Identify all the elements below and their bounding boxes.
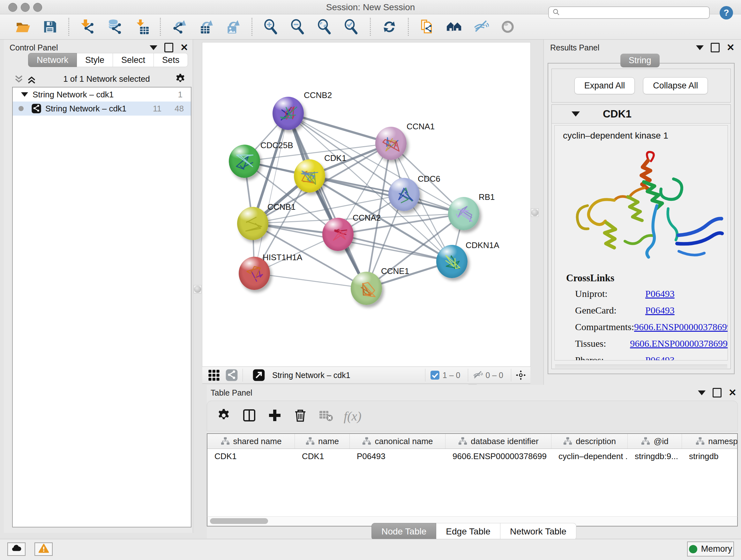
- crosslink-link[interactable]: 9606.ENSP00000378699: [630, 338, 728, 349]
- open-file-icon[interactable]: [14, 18, 32, 36]
- table-cell[interactable]: CDK1: [295, 449, 350, 463]
- show-hidden-icon[interactable]: [499, 18, 517, 36]
- column-header-database-identifier[interactable]: database identifier: [446, 434, 551, 449]
- node-cdc25b[interactable]: [229, 145, 260, 178]
- gene-collapse-icon[interactable]: [571, 111, 580, 117]
- left-divider-handle[interactable]: [194, 285, 201, 294]
- tab-network[interactable]: Network: [28, 53, 77, 67]
- network-from-selection-icon[interactable]: [418, 18, 436, 36]
- export-network-icon[interactable]: [171, 18, 188, 36]
- tab-network-table[interactable]: Network Table: [500, 523, 576, 540]
- results-scrollbar[interactable]: [555, 365, 727, 368]
- network-options-gear-icon[interactable]: [174, 73, 186, 85]
- grid-view-icon[interactable]: [207, 369, 220, 381]
- node-ccnb2[interactable]: [273, 97, 304, 130]
- column-header-shared-name[interactable]: shared name: [207, 434, 295, 449]
- table-cell[interactable]: stringdb:9...: [628, 449, 682, 463]
- table-cell[interactable]: P06493: [350, 449, 446, 463]
- zoom-fit-icon[interactable]: [316, 18, 333, 36]
- table-panel-close-icon[interactable]: ✕: [729, 389, 737, 396]
- add-column-icon[interactable]: [267, 408, 284, 424]
- import-database-icon[interactable]: [106, 18, 124, 36]
- results-panel-title: Results Panel: [550, 43, 599, 52]
- warnings-button[interactable]: [35, 543, 53, 556]
- import-network-icon[interactable]: [79, 18, 97, 36]
- crosslink-row: Compartments:9606.ENSP00000378699: [566, 321, 728, 332]
- search-input[interactable]: [560, 8, 709, 17]
- expand-all-button[interactable]: Expand All: [575, 77, 635, 94]
- column-header-label: @id: [654, 436, 669, 446]
- tab-sets[interactable]: Sets: [154, 53, 188, 67]
- control-panel-float-icon[interactable]: [164, 43, 173, 52]
- control-panel-close-icon[interactable]: ✕: [180, 44, 188, 51]
- node-ccna2[interactable]: [322, 218, 354, 251]
- protein-thumbnail: [351, 272, 382, 305]
- column-header-description[interactable]: description: [551, 434, 628, 449]
- crosslink-link[interactable]: P06493: [645, 288, 675, 299]
- crosslink-link[interactable]: P06493: [645, 305, 675, 316]
- refresh-icon[interactable]: [381, 18, 398, 36]
- birdseye-navigator-icon[interactable]: [516, 370, 526, 380]
- control-panel-menu-icon[interactable]: [150, 45, 157, 50]
- network-row-selected[interactable]: String Network – cdk1 11 48: [13, 102, 191, 116]
- table-settings-gear-icon[interactable]: [216, 408, 232, 424]
- table-cell[interactable]: stringdb: [682, 449, 738, 463]
- help-button[interactable]: ?: [719, 5, 734, 20]
- collapse-all-button[interactable]: Collapse All: [643, 77, 708, 94]
- tab-string[interactable]: String: [620, 54, 660, 67]
- home-icon[interactable]: [445, 18, 463, 36]
- node-cdk1[interactable]: [294, 159, 325, 192]
- column-header--id[interactable]: @id: [628, 434, 682, 449]
- hide-selected-icon[interactable]: [472, 18, 490, 36]
- export-image-icon[interactable]: [224, 18, 242, 36]
- collection-expand-icon[interactable]: [21, 92, 28, 97]
- toolbar-separator: [370, 18, 371, 36]
- zoom-out-icon[interactable]: [289, 18, 307, 36]
- export-table-icon[interactable]: [197, 18, 215, 36]
- table-cell[interactable]: cyclin–dependent ...: [551, 449, 628, 463]
- crosslink-link[interactable]: P06493: [645, 355, 675, 361]
- delete-column-icon[interactable]: [293, 408, 309, 424]
- node-cdkn1a[interactable]: [436, 245, 468, 278]
- save-icon[interactable]: [41, 18, 59, 36]
- selected-items-checkbox[interactable]: [430, 370, 440, 380]
- expand-all-icon[interactable]: [26, 74, 37, 84]
- memory-button[interactable]: Memory: [687, 542, 734, 557]
- network-collection-row[interactable]: String Network – cdk1 1: [13, 87, 191, 102]
- table-cell[interactable]: CDK1: [207, 449, 295, 463]
- zoom-in-icon[interactable]: [262, 18, 280, 36]
- right-divider-handle[interactable]: [531, 208, 539, 217]
- node-rb1[interactable]: [448, 197, 479, 230]
- node-cdc6[interactable]: [388, 178, 420, 211]
- table-panel-menu-icon[interactable]: [698, 390, 705, 395]
- tab-select[interactable]: Select: [113, 53, 154, 67]
- tab-node-table[interactable]: Node Table: [372, 523, 436, 540]
- column-header-namespace[interactable]: namespace: [682, 434, 738, 449]
- delete-table-icon: [318, 408, 335, 424]
- show-columns-icon[interactable]: [242, 408, 258, 424]
- tab-edge-table[interactable]: Edge Table: [436, 523, 500, 540]
- hidden-items-eye-icon[interactable]: [473, 370, 483, 380]
- crosslink-link[interactable]: 9606.ENSP00000378699: [634, 321, 728, 332]
- column-header-name[interactable]: name: [295, 434, 350, 449]
- network-view-icon[interactable]: [225, 369, 238, 381]
- node-ccnb1[interactable]: [237, 207, 268, 240]
- network-canvas[interactable]: CCNB2CCNA1CDC25BCDK1CDC6RB1CCNB1CCNA2CDK…: [202, 43, 530, 367]
- collapse-all-icon[interactable]: [13, 74, 24, 84]
- search-box[interactable]: [548, 6, 710, 19]
- table-panel-float-icon[interactable]: [713, 388, 722, 397]
- column-header-canonical-name[interactable]: canonical name: [350, 434, 446, 449]
- results-panel-close-icon[interactable]: ✕: [727, 44, 735, 51]
- node-ccna1[interactable]: [375, 127, 407, 160]
- tab-style[interactable]: Style: [77, 53, 113, 67]
- node-ccne1[interactable]: [351, 272, 382, 305]
- results-panel-float-icon[interactable]: [711, 43, 720, 52]
- results-panel-menu-icon[interactable]: [696, 45, 704, 50]
- detach-view-icon[interactable]: [253, 369, 265, 381]
- cloud-status-button[interactable]: [7, 543, 25, 556]
- table-row[interactable]: CDK1CDK1P064939606.ENSP00000378699cyclin…: [207, 449, 737, 463]
- zoom-selected-icon[interactable]: [342, 18, 360, 36]
- import-table-icon[interactable]: [132, 18, 150, 36]
- table-cell[interactable]: 9606.ENSP00000378699: [446, 449, 551, 463]
- node-label-cdc6: CDC6: [418, 174, 441, 184]
